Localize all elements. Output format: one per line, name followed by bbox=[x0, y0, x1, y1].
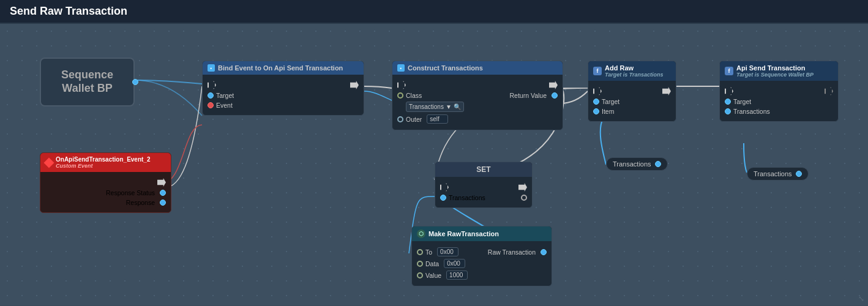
set-node: SET Transactions bbox=[435, 162, 533, 208]
construct-class-select[interactable]: Transactions ▼ 🔍 bbox=[406, 102, 464, 112]
custom-event-status-dot bbox=[160, 190, 166, 196]
construct-exec-row bbox=[397, 81, 558, 89]
bind-event-exec-row bbox=[208, 81, 359, 89]
custom-event-exec-out bbox=[157, 178, 166, 187]
set-transactions-row: Transactions bbox=[440, 194, 527, 201]
transactions-bubble-1-dot bbox=[655, 161, 661, 167]
resize-handle[interactable]: ⤡ bbox=[858, 294, 864, 303]
add-raw-item-dot bbox=[593, 108, 599, 114]
construct-transactions-node: ▪ Construct Transactions Class Return Va… bbox=[392, 61, 563, 130]
transactions-bubble-2-dot bbox=[796, 171, 802, 177]
bind-event-node: ▪ Bind Event to On Api Send Transaction … bbox=[202, 61, 364, 116]
make-raw-data-dot bbox=[417, 261, 423, 267]
api-send-node: f Api Send Transaction Target is Sequenc… bbox=[719, 61, 839, 122]
make-raw-value-row: Value 1000 bbox=[417, 271, 547, 280]
make-raw-to-row: To 0x00 Raw Transaction bbox=[417, 247, 547, 256]
make-raw-icon: ⬡ bbox=[417, 230, 425, 238]
api-send-exec-in bbox=[725, 87, 733, 95]
page-title: Send Raw Transaction bbox=[10, 5, 127, 17]
custom-event-response-row: Response bbox=[45, 199, 166, 206]
bind-event-exec-out bbox=[350, 81, 359, 89]
make-raw-value-dot bbox=[417, 272, 423, 278]
sequence-wallet-title: SequenceWallet BP bbox=[61, 69, 113, 95]
transactions-bubble-1: Transactions bbox=[606, 157, 668, 171]
construct-exec-in bbox=[397, 81, 406, 89]
construct-outer-row: Outer self bbox=[397, 114, 558, 124]
custom-event-header: OnApiSendTransaction_Event_2 Custom Even… bbox=[40, 153, 171, 172]
set-header: SET bbox=[435, 162, 532, 177]
api-send-header: f Api Send Transaction Target is Sequenc… bbox=[720, 61, 838, 81]
custom-event-exec-row bbox=[45, 178, 166, 187]
bind-event-header: ▪ Bind Event to On Api Send Transaction bbox=[203, 61, 364, 75]
make-raw-header: ⬡ Make RawTransaction bbox=[412, 226, 552, 241]
api-send-target-row: Target bbox=[725, 98, 833, 105]
construct-icon: ▪ bbox=[397, 64, 405, 72]
make-raw-return-dot bbox=[541, 249, 547, 255]
bind-event-event-row: Event bbox=[208, 102, 359, 109]
title-bar: Send Raw Transaction bbox=[0, 0, 868, 24]
api-send-transactions-row: Transactions bbox=[725, 108, 833, 115]
set-exec-in bbox=[440, 183, 449, 192]
api-send-transactions-dot bbox=[725, 108, 731, 114]
make-raw-data-input[interactable]: 0x00 bbox=[444, 259, 465, 268]
diamond-icon bbox=[44, 157, 54, 168]
api-send-target-dot bbox=[725, 99, 731, 105]
add-raw-exec-row bbox=[593, 87, 671, 95]
bind-event-event-dot bbox=[208, 102, 214, 108]
canvas: SequenceWallet BP ▪ Bind Event to On Api… bbox=[0, 24, 868, 305]
bind-event-target-row: Target bbox=[208, 92, 359, 99]
sequence-wallet-node: SequenceWallet BP bbox=[40, 58, 135, 106]
make-raw-to-dot bbox=[417, 249, 423, 255]
make-raw-to-input[interactable]: 0x00 bbox=[437, 247, 458, 256]
make-raw-value-input[interactable]: 1000 bbox=[446, 271, 468, 280]
set-exec-row bbox=[440, 183, 527, 192]
api-send-exec-row bbox=[725, 87, 833, 95]
bind-event-exec-in bbox=[208, 81, 216, 89]
construct-outer-input[interactable]: self bbox=[427, 114, 448, 124]
api-send-exec-out bbox=[825, 87, 833, 95]
set-output-dot bbox=[521, 195, 527, 201]
custom-event-response-dot bbox=[160, 200, 166, 206]
make-raw-node: ⬡ Make RawTransaction To 0x00 Raw Transa… bbox=[411, 226, 552, 286]
sequence-wallet-output-dot bbox=[132, 79, 138, 85]
construct-header: ▪ Construct Transactions bbox=[392, 61, 563, 75]
construct-class-select-row: Transactions ▼ 🔍 bbox=[406, 102, 558, 112]
construct-exec-out bbox=[549, 81, 558, 89]
add-raw-exec-out bbox=[662, 87, 671, 95]
add-raw-target-row: Target bbox=[593, 98, 671, 105]
custom-event-status-row: Response Status bbox=[45, 189, 166, 196]
add-raw-item-row: Item bbox=[593, 108, 671, 115]
add-raw-target-dot bbox=[593, 99, 599, 105]
add-raw-header: f Add Raw Target is Transactions bbox=[588, 61, 676, 81]
make-raw-data-row: Data 0x00 bbox=[417, 259, 547, 268]
api-send-func-icon: f bbox=[725, 67, 733, 75]
construct-class-row: Class Return Value bbox=[397, 92, 558, 99]
construct-outer-dot bbox=[397, 116, 403, 122]
bind-event-target-dot bbox=[208, 92, 214, 99]
construct-return-dot bbox=[552, 92, 558, 99]
bind-event-icon: ▪ bbox=[208, 64, 215, 72]
set-exec-out bbox=[518, 183, 527, 192]
transactions-bubble-2: Transactions bbox=[747, 167, 809, 181]
add-raw-node: f Add Raw Target is Transactions Target … bbox=[588, 61, 676, 122]
custom-event-node: OnApiSendTransaction_Event_2 Custom Even… bbox=[40, 152, 171, 213]
set-transactions-dot bbox=[440, 195, 446, 201]
add-raw-func-icon: f bbox=[593, 67, 602, 75]
construct-class-dot bbox=[397, 92, 403, 99]
add-raw-exec-in bbox=[593, 87, 602, 95]
